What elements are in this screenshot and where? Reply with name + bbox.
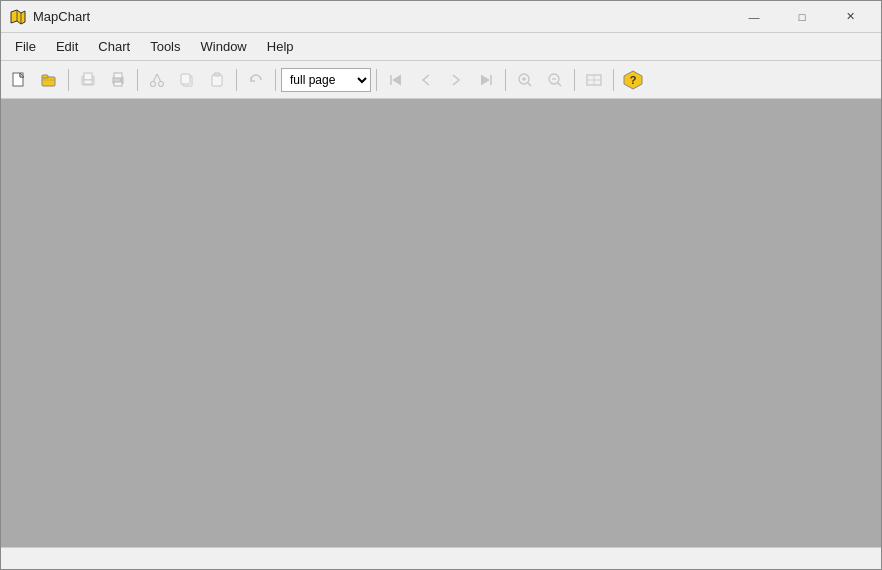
status-bar bbox=[1, 547, 881, 569]
menu-window[interactable]: Window bbox=[191, 35, 257, 58]
separator-1 bbox=[68, 69, 69, 91]
first-page-icon bbox=[389, 73, 403, 87]
svg-line-26 bbox=[528, 82, 532, 86]
svg-rect-22 bbox=[214, 73, 220, 76]
close-button[interactable]: ✕ bbox=[827, 1, 873, 33]
first-page-button[interactable] bbox=[382, 66, 410, 94]
zoom-in-button[interactable] bbox=[511, 66, 539, 94]
next-page-icon bbox=[449, 73, 463, 87]
menu-file[interactable]: File bbox=[5, 35, 46, 58]
svg-rect-12 bbox=[114, 73, 122, 78]
title-bar: MapChart — □ ✕ bbox=[1, 1, 881, 33]
zoom-in-icon bbox=[517, 72, 533, 88]
separator-7 bbox=[574, 69, 575, 91]
title-text: MapChart bbox=[33, 9, 90, 24]
prev-page-button[interactable] bbox=[412, 66, 440, 94]
paste-icon bbox=[209, 72, 225, 88]
svg-rect-13 bbox=[114, 82, 122, 86]
svg-line-18 bbox=[157, 74, 161, 82]
minimize-button[interactable]: — bbox=[731, 1, 777, 33]
separator-8 bbox=[613, 69, 614, 91]
new-icon bbox=[11, 72, 27, 88]
help-button[interactable]: ? bbox=[619, 66, 647, 94]
svg-point-14 bbox=[120, 79, 122, 81]
separator-2 bbox=[137, 69, 138, 91]
separator-3 bbox=[236, 69, 237, 91]
maximize-button[interactable]: □ bbox=[779, 1, 825, 33]
menu-help[interactable]: Help bbox=[257, 35, 304, 58]
svg-line-30 bbox=[558, 82, 562, 86]
new-button[interactable] bbox=[5, 66, 33, 94]
svg-rect-10 bbox=[84, 80, 92, 84]
separator-4 bbox=[275, 69, 276, 91]
app-icon bbox=[9, 8, 27, 26]
prev-page-icon bbox=[419, 73, 433, 87]
svg-rect-20 bbox=[181, 74, 190, 84]
svg-rect-21 bbox=[212, 75, 222, 86]
print-icon bbox=[110, 72, 126, 88]
svg-point-16 bbox=[159, 81, 164, 86]
print-button[interactable] bbox=[104, 66, 132, 94]
page-select[interactable]: full page half page quarter page bbox=[281, 68, 371, 92]
title-left: MapChart bbox=[9, 8, 90, 26]
toolbar: full page half page quarter page bbox=[1, 61, 881, 99]
title-controls: — □ ✕ bbox=[731, 1, 873, 33]
next-page-button[interactable] bbox=[442, 66, 470, 94]
main-content bbox=[1, 99, 881, 547]
svg-marker-0 bbox=[11, 10, 25, 24]
zoom-out-button[interactable] bbox=[541, 66, 569, 94]
menu-tools[interactable]: Tools bbox=[140, 35, 190, 58]
menu-bar: File Edit Chart Tools Window Help bbox=[1, 33, 881, 61]
last-page-button[interactable] bbox=[472, 66, 500, 94]
print-preview-icon bbox=[80, 72, 96, 88]
copy-button[interactable] bbox=[173, 66, 201, 94]
copy-icon bbox=[179, 72, 195, 88]
open-button[interactable] bbox=[35, 66, 63, 94]
svg-line-17 bbox=[153, 74, 157, 82]
svg-rect-6 bbox=[42, 75, 48, 78]
svg-text:?: ? bbox=[630, 74, 637, 86]
menu-edit[interactable]: Edit bbox=[46, 35, 88, 58]
last-page-icon bbox=[479, 73, 493, 87]
svg-point-15 bbox=[151, 81, 156, 86]
separator-6 bbox=[505, 69, 506, 91]
cut-icon bbox=[149, 72, 165, 88]
undo-button[interactable] bbox=[242, 66, 270, 94]
cut-button[interactable] bbox=[143, 66, 171, 94]
undo-icon bbox=[248, 72, 264, 88]
help-icon: ? bbox=[623, 70, 643, 90]
paste-button[interactable] bbox=[203, 66, 231, 94]
separator-5 bbox=[376, 69, 377, 91]
menu-chart[interactable]: Chart bbox=[88, 35, 140, 58]
svg-rect-9 bbox=[84, 73, 92, 80]
zoom-out-icon bbox=[547, 72, 563, 88]
view-button[interactable] bbox=[580, 66, 608, 94]
open-icon bbox=[41, 72, 57, 88]
view-icon bbox=[586, 72, 602, 88]
print-preview-button[interactable] bbox=[74, 66, 102, 94]
